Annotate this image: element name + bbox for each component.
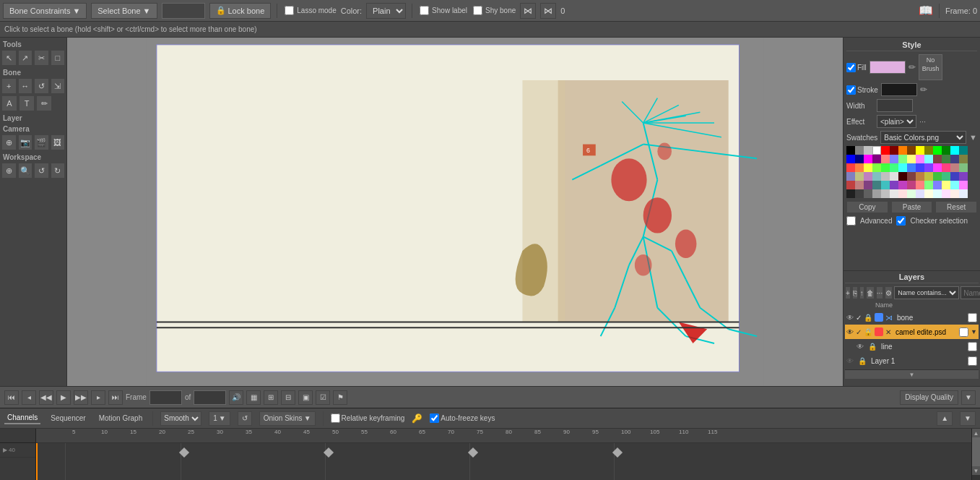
tool-btn-3[interactable]: ✂: [34, 50, 49, 66]
play-next-btn[interactable]: ▶▶: [74, 390, 88, 405]
color-cell[interactable]: [855, 155, 864, 163]
bone-btn-rotate[interactable]: ↺: [34, 78, 49, 94]
color-cell[interactable]: [933, 172, 942, 181]
color-cell[interactable]: [872, 172, 881, 181]
layers-delete-btn[interactable]: 🗑: [866, 286, 875, 299]
color-cell[interactable]: [872, 155, 881, 163]
bone-constraints-btn[interactable]: Bone Constraints ▼: [3, 3, 87, 19]
layer-expand-icon[interactable]: ▼: [971, 328, 977, 335]
color-cell[interactable]: [872, 189, 881, 198]
layer-cb-4[interactable]: [968, 356, 977, 366]
tab-sequencer[interactable]: Sequencer: [48, 413, 88, 424]
color-cell[interactable]: [916, 163, 924, 172]
lock-icon-2[interactable]: 🔒: [864, 328, 872, 336]
color-cell[interactable]: [864, 172, 872, 181]
canvas-area[interactable]: 6: [67, 38, 843, 386]
tool-btn-2[interactable]: ↗: [18, 50, 33, 66]
smooth-select[interactable]: Smooth: [160, 411, 201, 426]
color-cell[interactable]: [950, 146, 959, 155]
bone-btn-scale[interactable]: ⇲: [51, 78, 66, 94]
color-cell[interactable]: [916, 181, 924, 189]
color-cell[interactable]: [950, 163, 959, 172]
color-cell[interactable]: [907, 172, 916, 181]
color-cell[interactable]: [890, 146, 898, 155]
color-cell[interactable]: [855, 163, 864, 172]
color-cell[interactable]: [890, 163, 898, 172]
layers-more-btn[interactable]: ···: [876, 286, 883, 299]
color-cell[interactable]: [933, 146, 942, 155]
color-cell[interactable]: [916, 189, 924, 198]
color-cell[interactable]: [924, 189, 933, 198]
total-frames-input[interactable]: 105: [194, 390, 226, 405]
color-cell[interactable]: [907, 189, 916, 198]
play-btn[interactable]: ▶: [56, 390, 71, 405]
color-cell[interactable]: [933, 163, 942, 172]
width-input[interactable]: 1.28: [877, 99, 913, 112]
bone-btn-edit[interactable]: ✏: [36, 95, 52, 111]
view-btn-3[interactable]: ⊟: [281, 390, 295, 405]
color-cell[interactable]: [846, 155, 855, 163]
color-cell[interactable]: [855, 146, 864, 155]
color-cell[interactable]: [846, 163, 855, 172]
color-cell[interactable]: [846, 146, 855, 155]
color-cell[interactable]: [855, 172, 864, 181]
color-cell[interactable]: [959, 155, 968, 163]
layer-check-2[interactable]: ✓: [856, 328, 862, 336]
color-cell[interactable]: [959, 163, 968, 172]
color-cell[interactable]: [916, 155, 924, 163]
color-cell[interactable]: [933, 155, 942, 163]
bone-name-input[interactable]: B17: [162, 3, 205, 19]
color-cell[interactable]: [924, 181, 933, 189]
stroke-edit-icon[interactable]: ✏: [920, 85, 927, 95]
lasso-mode-checkbox[interactable]: [285, 6, 294, 15]
color-cell[interactable]: [907, 181, 916, 189]
color-cell[interactable]: [907, 163, 916, 172]
display-quality-arrow[interactable]: ▼: [961, 390, 976, 405]
color-cell[interactable]: [916, 146, 924, 155]
layer-cb-1[interactable]: [968, 313, 977, 322]
color-mode-select[interactable]: Plain: [366, 3, 406, 19]
eye-icon-2[interactable]: 👁: [846, 328, 854, 336]
color-cell[interactable]: [846, 181, 855, 189]
layers-copy-btn[interactable]: ⎘: [852, 286, 858, 299]
color-cell[interactable]: [959, 189, 968, 198]
relative-keyframing-checkbox[interactable]: [331, 413, 340, 423]
color-cell[interactable]: [898, 189, 907, 198]
go-start-btn[interactable]: ⏮: [4, 390, 19, 405]
color-cell[interactable]: [881, 163, 890, 172]
next-frame-btn[interactable]: ▸: [91, 390, 105, 405]
layer-item-bone[interactable]: 👁 ✓ 🔒 ⋊ bone: [845, 310, 979, 325]
go-end-btn[interactable]: ⏭: [108, 390, 123, 405]
color-cell[interactable]: [942, 163, 950, 172]
color-cell[interactable]: [881, 146, 890, 155]
eye-icon-1[interactable]: 👁: [846, 314, 854, 322]
bone-btn-t[interactable]: T: [19, 95, 35, 111]
color-cell[interactable]: [959, 181, 968, 189]
color-cell[interactable]: [933, 189, 942, 198]
color-cell[interactable]: [872, 146, 881, 155]
color-cell[interactable]: [924, 146, 933, 155]
view-btn-5[interactable]: ☑: [316, 390, 330, 405]
color-cell[interactable]: [890, 181, 898, 189]
bone-icon2[interactable]: ⋈: [540, 3, 556, 19]
color-cell[interactable]: [881, 155, 890, 163]
color-cell[interactable]: [950, 172, 959, 181]
color-cell[interactable]: [864, 163, 872, 172]
color-cell[interactable]: [890, 155, 898, 163]
tool-btn-4[interactable]: □: [51, 50, 66, 66]
lock-icon-3[interactable]: 🔒: [868, 343, 877, 351]
prev-keyframe-btn[interactable]: ◀◀: [39, 390, 53, 405]
eye-icon-3[interactable]: 👁: [857, 343, 864, 351]
lock-icon-4[interactable]: 🔒: [858, 357, 867, 365]
fill-color-box[interactable]: [870, 61, 906, 74]
camera-btn-3[interactable]: 🎬: [34, 134, 49, 150]
onion-skins-btn[interactable]: Onion Skins ▼: [259, 411, 316, 426]
lock-bone-btn[interactable]: 🔒 Lock bone: [209, 3, 272, 19]
display-quality-button[interactable]: Display Quality: [900, 390, 958, 405]
color-cell[interactable]: [846, 172, 855, 181]
scroll-arrow-up[interactable]: ▲: [972, 429, 980, 437]
color-cell[interactable]: [942, 181, 950, 189]
color-cell[interactable]: [864, 146, 872, 155]
color-cell[interactable]: [864, 189, 872, 198]
tool-btn-1[interactable]: ↖: [1, 50, 17, 66]
